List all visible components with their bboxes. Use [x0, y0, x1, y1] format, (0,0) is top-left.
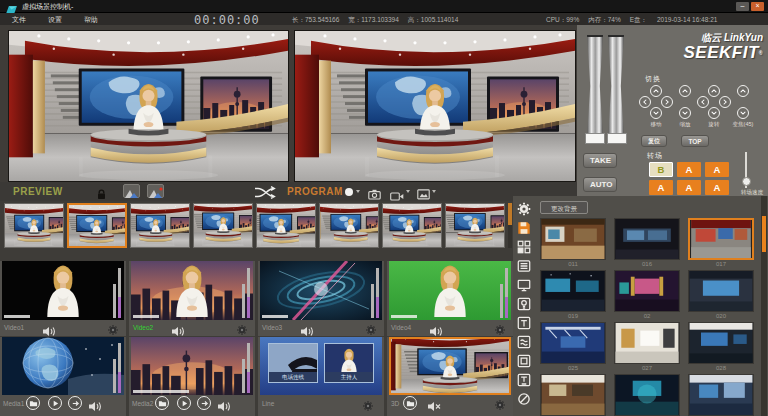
- speed-slider-knob[interactable]: [742, 177, 751, 186]
- rotate-left-button[interactable]: [697, 96, 709, 108]
- scene-thumb[interactable]: [688, 322, 754, 364]
- speaker-icon[interactable]: [300, 323, 314, 334]
- text-tool-icon[interactable]: [516, 315, 532, 331]
- scene-thumb-active[interactable]: [688, 218, 754, 260]
- scene-thumb[interactable]: [614, 322, 680, 364]
- layers-icon[interactable]: [516, 334, 532, 350]
- image-output-caret-icon[interactable]: [432, 190, 436, 193]
- zoom-out-button[interactable]: [737, 107, 749, 119]
- video-thumbnail[interactable]: [131, 261, 253, 320]
- preset-thumb-active[interactable]: [67, 203, 127, 248]
- scene-thumb[interactable]: [614, 374, 680, 416]
- record-icon[interactable]: [345, 188, 353, 196]
- scale-down-button[interactable]: [679, 107, 691, 119]
- menu-file[interactable]: 文件: [12, 15, 26, 25]
- t-bar-fader[interactable]: [583, 35, 629, 147]
- monitor-icon[interactable]: [516, 277, 532, 293]
- line-thumbnail[interactable]: 电话连线 主持人: [260, 337, 382, 395]
- scene3d-thumbnail[interactable]: [389, 337, 511, 395]
- gear-icon[interactable]: [236, 322, 248, 334]
- rotate-down-button[interactable]: [708, 107, 720, 119]
- transition-a-button[interactable]: A: [677, 180, 701, 195]
- transition-a-button[interactable]: A: [677, 162, 701, 177]
- gallery-scrollbar[interactable]: [761, 196, 767, 416]
- video-thumbnail[interactable]: [389, 261, 511, 320]
- zoom-in-button[interactable]: [737, 85, 749, 97]
- pad-scale: 缩放: [679, 85, 691, 119]
- loop-next-button[interactable]: [197, 396, 211, 410]
- speaker-icon[interactable]: [429, 323, 443, 334]
- change-background-button[interactable]: 更改背景: [540, 201, 588, 214]
- auto-button[interactable]: AUTO: [583, 177, 617, 192]
- video-capture-caret-icon[interactable]: [406, 190, 410, 193]
- preset-thumb[interactable]: [445, 203, 505, 248]
- transition-effect-icon[interactable]: [123, 184, 140, 198]
- speaker-icon[interactable]: [217, 398, 231, 409]
- speaker-muted-icon[interactable]: [427, 398, 441, 409]
- scene-thumb[interactable]: [540, 322, 606, 364]
- gear-icon[interactable]: [107, 322, 119, 334]
- reset-button[interactable]: 复位: [641, 135, 667, 147]
- gear-icon[interactable]: [362, 398, 374, 410]
- play-button[interactable]: [48, 396, 62, 410]
- save-icon[interactable]: [516, 220, 532, 236]
- scene-thumb[interactable]: [614, 218, 680, 260]
- transition-b-button[interactable]: B: [649, 162, 673, 177]
- preset-thumb[interactable]: [130, 203, 190, 248]
- video-thumbnail[interactable]: [260, 261, 382, 320]
- top-button[interactable]: TOP: [681, 135, 709, 147]
- scene-thumb[interactable]: [540, 270, 606, 312]
- loop-next-button[interactable]: [68, 396, 82, 410]
- gear-icon[interactable]: [494, 322, 506, 334]
- fader-handle-right[interactable]: [607, 133, 627, 144]
- preset-thumb[interactable]: [256, 203, 316, 248]
- menu-settings[interactable]: 设置: [48, 15, 62, 25]
- subtitle-icon[interactable]: [516, 372, 532, 388]
- minimize-button[interactable]: –: [736, 2, 749, 11]
- rotate-right-button[interactable]: [719, 96, 731, 108]
- media-thumbnail[interactable]: [131, 337, 253, 395]
- transition-a-button[interactable]: A: [705, 162, 729, 177]
- preset-thumb[interactable]: [382, 203, 442, 248]
- preset-thumb[interactable]: [193, 203, 253, 248]
- move-right-button[interactable]: [661, 96, 673, 108]
- scene-thumb[interactable]: [688, 270, 754, 312]
- scene-thumb[interactable]: [688, 374, 754, 416]
- preset-thumb[interactable]: [319, 203, 379, 248]
- scene-thumb[interactable]: [540, 374, 606, 416]
- scene-thumb[interactable]: [540, 218, 606, 260]
- frame-icon[interactable]: [516, 353, 532, 369]
- play-button[interactable]: [177, 396, 191, 410]
- move-left-button[interactable]: [639, 96, 651, 108]
- close-button[interactable]: ×: [751, 2, 764, 11]
- record-caret-icon[interactable]: [356, 190, 360, 193]
- speaker-icon[interactable]: [88, 398, 102, 409]
- playlist-icon[interactable]: [516, 258, 532, 274]
- gear-icon[interactable]: [365, 322, 377, 334]
- take-button[interactable]: TAKE: [583, 153, 617, 168]
- preset-thumb[interactable]: [4, 203, 64, 248]
- layout-grid-icon[interactable]: [516, 239, 532, 255]
- menu-help[interactable]: 帮助: [84, 15, 98, 25]
- move-down-button[interactable]: [650, 107, 662, 119]
- program-label: PROGRAM: [287, 186, 343, 197]
- open-file-button[interactable]: [26, 396, 40, 410]
- media-thumbnail[interactable]: [2, 337, 124, 395]
- rotate-up-button[interactable]: [708, 85, 720, 97]
- settings-gear-icon[interactable]: [516, 201, 532, 217]
- light-icon[interactable]: [516, 296, 532, 312]
- speaker-icon[interactable]: [42, 323, 56, 334]
- fader-handle-left[interactable]: [585, 133, 605, 144]
- scale-up-button[interactable]: [679, 85, 691, 97]
- speaker-icon[interactable]: [171, 323, 185, 334]
- video-thumbnail[interactable]: [2, 261, 124, 320]
- open-file-button[interactable]: [155, 396, 169, 410]
- scene-thumb[interactable]: [614, 270, 680, 312]
- move-up-button[interactable]: [650, 85, 662, 97]
- preset-scrollbar[interactable]: [508, 203, 512, 248]
- transition-effect-alt-icon[interactable]: [147, 184, 164, 198]
- transition-a-button[interactable]: A: [649, 180, 673, 195]
- disable-icon[interactable]: [516, 391, 532, 407]
- gear-icon[interactable]: [494, 397, 506, 409]
- open-file-button[interactable]: [403, 396, 417, 410]
